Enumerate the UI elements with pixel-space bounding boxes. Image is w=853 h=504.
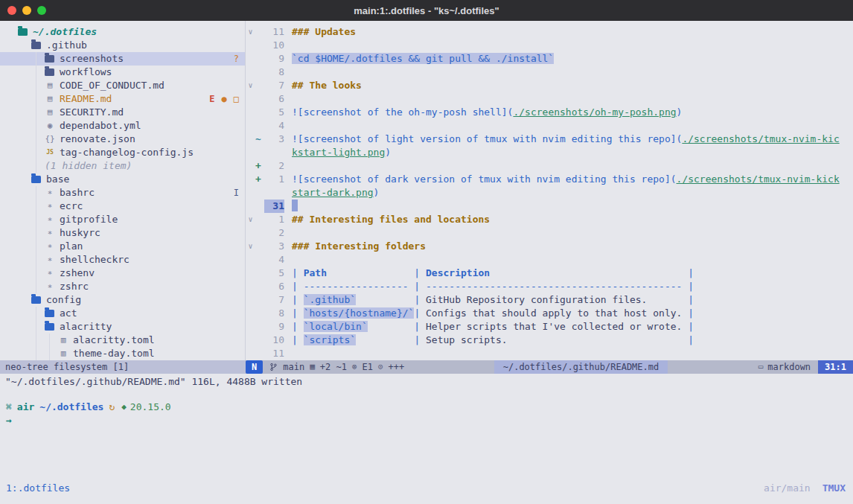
tree-row-workflows[interactable]: workflows <box>0 66 245 79</box>
line-text: | ------------------ | -----------------… <box>292 280 694 293</box>
git-branch-icon <box>269 363 278 371</box>
tree-row-plan[interactable]: ∗plan <box>0 240 245 253</box>
line-number: 5 <box>264 106 284 119</box>
tree-row-bashrc[interactable]: ∗bashrcI <box>0 186 245 200</box>
syntax-segment: start-dark.png <box>292 187 374 198</box>
tree-row-alacritty-toml[interactable]: ▥alacritty.toml <box>0 334 245 347</box>
editor-line[interactable]: ∨7## The looks <box>246 79 853 92</box>
prompt-arrow-icon[interactable]: → <box>6 414 853 427</box>
sign-column <box>255 106 264 119</box>
close-button[interactable] <box>7 6 16 15</box>
editor-line[interactable]: 6| ------------------ | ----------------… <box>246 280 853 293</box>
editor-line[interactable]: ~3![screenshot of light version of tmux … <box>246 133 853 146</box>
tree-row-gitprofile[interactable]: ∗gitprofile <box>0 213 245 226</box>
syntax-segment: ./screenshots/oh-my-posh.png <box>513 106 676 118</box>
tree-label: huskyrc <box>60 226 100 240</box>
editor-line[interactable]: 6 <box>246 92 853 106</box>
editor-line[interactable]: 5| Path | Description | <box>246 267 853 280</box>
editor-line[interactable]: 4 <box>246 119 853 133</box>
shell-prompt: ⌘ air ~/.dotfiles ↻ ◆ 20.15.0 <box>6 401 853 414</box>
syntax-segment: ) <box>385 147 391 158</box>
editor-line[interactable]: +1![screenshot of dark version of tmux w… <box>246 173 853 186</box>
folder-icon <box>31 176 41 183</box>
git-sign: ~ <box>255 133 264 146</box>
editor-line[interactable]: 2 <box>246 226 853 240</box>
filetype-icon: ▭ <box>758 360 764 374</box>
syntax-segment: | <box>292 267 304 278</box>
shell-icon: ∗ <box>45 186 55 200</box>
editor-line[interactable]: 8| `hosts/{hostname}/`| Configs that sho… <box>246 307 853 320</box>
editor-line[interactable]: 8 <box>246 66 853 79</box>
editor-line[interactable]: 4 <box>246 253 853 267</box>
fold-column <box>246 159 255 173</box>
line-number: 11 <box>264 25 284 39</box>
tree-row-theme-day-toml[interactable]: ▥theme-day.toml <box>0 347 245 360</box>
editor-line[interactable]: start-dark.png) <box>246 186 853 200</box>
tree-row-tag-changelog-config-js[interactable]: JStag-changelog-config.js <box>0 146 245 159</box>
tree-row-config[interactable]: config <box>0 293 245 307</box>
prompt-host: air <box>17 401 34 414</box>
node-icon: ◆ <box>121 401 127 414</box>
line-number: 3 <box>264 240 284 253</box>
tree-row-security-md[interactable]: ▤SECURITY.md <box>0 106 245 119</box>
zoom-button[interactable] <box>37 6 46 15</box>
minimize-button[interactable] <box>22 6 31 15</box>
badge-group: E●□ <box>209 92 239 106</box>
tree-row-github[interactable]: .github <box>0 39 245 52</box>
tree-row-code-of-conduct-md[interactable]: ▤CODE_OF_CONDUCT.md <box>0 79 245 92</box>
syntax-segment: ![screenshot of the oh-my-posh shell]( <box>292 106 513 118</box>
mode-indicator: N <box>246 360 263 374</box>
tree-row-readme-md[interactable]: ▤README.mdE●□ <box>0 92 245 106</box>
editor-line[interactable]: 9| `local/bin` | Helper scripts that I'v… <box>246 320 853 334</box>
editor-line[interactable]: ∨3### Interesting folders <box>246 240 853 253</box>
editor-pane[interactable]: ∨11### Updates109`cd $HOME/.dotfiles && … <box>246 21 853 360</box>
tree-label: theme-day.toml <box>73 347 155 360</box>
syntax-segment: ) <box>677 106 683 118</box>
tree-label: README.md <box>60 92 112 106</box>
sign-column <box>255 240 264 253</box>
editor-line[interactable]: ∨11### Updates <box>246 25 853 39</box>
sign-column <box>255 320 264 334</box>
syntax-segment: | <box>356 334 426 345</box>
sign-column <box>255 119 264 133</box>
syntax-segment: | <box>292 334 304 345</box>
editor-line[interactable]: kstart-light.png) <box>246 146 853 159</box>
tree-label: ecrc <box>60 200 83 213</box>
syntax-segment: `local/bin` <box>304 321 368 332</box>
shell-icon: ∗ <box>45 280 55 293</box>
tree-row-alacritty[interactable]: alacritty <box>0 320 245 334</box>
tree-row-zshenv[interactable]: ∗zshenv <box>0 267 245 280</box>
syntax-segment: Helper scripts that I've collected or wr… <box>426 321 682 332</box>
editor-line[interactable]: 11 <box>246 347 853 360</box>
tree-row-act[interactable]: act <box>0 307 245 320</box>
editor-line[interactable]: ∨1## Interesting files and locations <box>246 213 853 226</box>
tree-row-shellcheckrc[interactable]: ∗shellcheckrc <box>0 253 245 267</box>
tree-row-1-hidden-item[interactable]: (1 hidden item) <box>0 159 245 173</box>
editor-line[interactable]: 9`cd $HOME/.dotfiles && git pull && ./in… <box>246 52 853 66</box>
editor-line[interactable]: 7| `.github` | GitHub Repository configu… <box>246 293 853 307</box>
line-number: 1 <box>264 213 284 226</box>
tree-row-base[interactable]: base <box>0 173 245 186</box>
tree-row-ecrc[interactable]: ∗ecrc <box>0 200 245 213</box>
editor-line[interactable]: 10 <box>246 39 853 52</box>
fold-column <box>246 334 255 347</box>
line-text: | `scripts` | Setup scripts. | <box>292 334 694 347</box>
editor-line[interactable]: 31 <box>246 200 853 213</box>
tree-row-huskyrc[interactable]: ∗huskyrc <box>0 226 245 240</box>
line-text: ![screenshot of the oh-my-posh shell](./… <box>292 106 682 119</box>
tree-row-zshrc[interactable]: ∗zshrc <box>0 280 245 293</box>
tree-row-screenshots[interactable]: screenshots? <box>0 52 245 66</box>
tree-row-dependabot-yml[interactable]: ◉dependabot.yml <box>0 119 245 133</box>
tree-row-dotfiles[interactable]: ~/.dotfiles <box>0 25 245 39</box>
fold-column <box>246 92 255 106</box>
tree-label: base <box>46 173 69 186</box>
syntax-segment: `hosts/{hostname}/` <box>304 307 415 319</box>
editor-line[interactable]: 5![screenshot of the oh-my-posh shell](.… <box>246 106 853 119</box>
tree-label: SECURITY.md <box>60 106 124 119</box>
tmux-window[interactable]: 1:.dotfiles <box>6 482 70 494</box>
editor-line[interactable]: +2 <box>246 159 853 173</box>
tree-label: zshenv <box>60 267 95 280</box>
tree-row-renovate-json[interactable]: {}renovate.json <box>0 133 245 146</box>
editor-line[interactable]: 10| `scripts` | Setup scripts. | <box>246 334 853 347</box>
statusline: N main ▦ +2 ~1 ⊗ E1 ⊙ +++ ~/.dotfiles/.g… <box>246 360 853 374</box>
